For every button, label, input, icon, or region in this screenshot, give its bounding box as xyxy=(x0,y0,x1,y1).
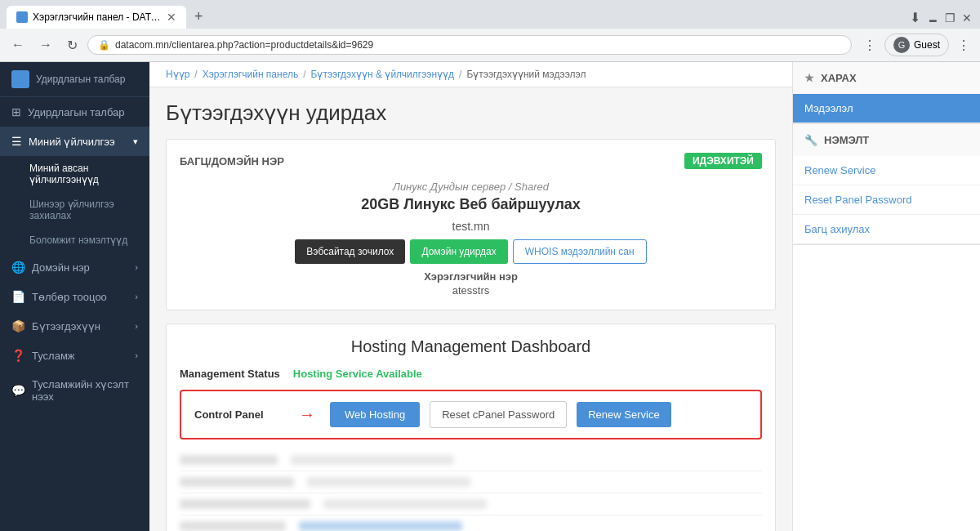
chevron-right-icon: › xyxy=(135,350,138,360)
sidebar-sub-item-upgrades[interactable]: Боломжит нэмэлтүүд xyxy=(0,228,149,252)
visit-website-button[interactable]: Вэбсайтад зочилох xyxy=(295,239,405,264)
browser-settings-icon[interactable]: ⋮ xyxy=(860,34,880,56)
breadcrumb-sep: / xyxy=(303,69,305,80)
new-tab-button[interactable]: + xyxy=(188,5,210,29)
right-section-addons-header: 🔧 НЭМЭЛТ xyxy=(793,124,980,156)
chevron-right-icon: › xyxy=(135,292,138,301)
invoices-icon: 📄 xyxy=(11,290,25,303)
guest-label: Guest xyxy=(914,39,940,51)
blurred-label xyxy=(180,521,286,531)
breadcrumb-products[interactable]: Бүтээгдэхүүн & үйлчилгээнүүд xyxy=(311,69,455,80)
sidebar-sub-item-my-services[interactable]: Миний авсан үйлчилгээнүүд xyxy=(0,156,149,192)
sidebar-sub-item-new-service[interactable]: Шинээр үйлчилгээ захиалах xyxy=(0,192,149,228)
browser-close-icon[interactable]: ✕ xyxy=(962,11,972,25)
wrench-icon: 🔧 xyxy=(804,134,817,146)
sidebar-logo-text: Удирдлагын талбар xyxy=(36,74,125,85)
sidebar-item-my-service[interactable]: ☰ Миний үйлчилгээ ▾ xyxy=(0,127,149,156)
browser-restore-icon[interactable]: ❐ xyxy=(945,11,956,25)
right-section-addons-label: НЭМЭЛТ xyxy=(824,134,869,146)
reload-button[interactable]: ↻ xyxy=(62,34,82,56)
sidebar-item-support[interactable]: ❓ Тусламж › xyxy=(0,341,149,370)
chevron-right-icon: › xyxy=(135,321,138,331)
table-row xyxy=(180,449,762,471)
chevron-down-icon: ▾ xyxy=(133,136,138,147)
lock-icon: 🔒 xyxy=(98,39,110,51)
right-section-view-label: ХАРАХ xyxy=(821,72,857,84)
right-nav-item-upgrade[interactable]: Багц ахиулах xyxy=(793,215,980,244)
sidebar-sub-label: Боломжит нэмэлтүүд xyxy=(29,234,127,246)
breadcrumb-panel[interactable]: Хэрэглэгчийн панель xyxy=(203,69,299,80)
guest-badge[interactable]: G Guest xyxy=(884,33,949,56)
right-nav-item-renew-service[interactable]: Renew Service xyxy=(793,156,980,185)
product-type: Линукс Дундын сервер / Shared xyxy=(180,181,762,193)
sidebar-item-products[interactable]: 📦 Бүтээгдэхүүн › xyxy=(0,311,149,341)
table-row xyxy=(180,471,762,493)
dashboard-icon: ⊞ xyxy=(11,105,21,118)
product-card-title: БАГЦ/ДОМЭЙН НЭР xyxy=(180,155,284,167)
arrow-right-icon: → xyxy=(299,405,315,424)
renew-service-link[interactable]: Renew Service xyxy=(804,164,875,176)
breadcrumb-home[interactable]: Нүүр xyxy=(166,69,189,80)
blurred-label xyxy=(180,499,310,509)
table-row xyxy=(180,493,762,515)
tab-close-button[interactable]: ✕ xyxy=(167,11,176,24)
sidebar-item-support-ticket[interactable]: 💬 Тусламжийн хүсэлт нээх xyxy=(0,370,149,411)
right-section-view: ★ ХАРАХ Мэдээлэл xyxy=(793,62,980,124)
sidebar-item-label: Домэйн нэр xyxy=(32,261,90,274)
page-title: Бүтээгдэхүүн удирдах xyxy=(166,100,776,126)
domains-icon: 🌐 xyxy=(11,261,25,274)
breadcrumb-sep: / xyxy=(459,69,461,80)
browser-download-icon[interactable]: ⬇ xyxy=(910,10,920,25)
sidebar-item-dashboard[interactable]: ⊞ Удирдлагын талбар xyxy=(0,97,149,127)
table-row xyxy=(180,515,762,531)
status-badge: ИДЭВХИТЭЙ xyxy=(684,153,762,169)
control-panel-row: Control Panel → Web Hosting Reset cPanel… xyxy=(180,390,762,440)
tab-favicon xyxy=(16,11,28,23)
product-name: 20GB Линукс Веб байршуулах xyxy=(180,196,762,213)
right-section-view-header: ★ ХАРАХ xyxy=(793,62,980,94)
breadcrumb-current: Бүтээгдэхүүний мэдээлэл xyxy=(466,69,586,80)
blurred-value xyxy=(307,477,470,487)
address-bar[interactable]: 🔒 datacom.mn/clientarea.php?action=produ… xyxy=(87,35,852,55)
product-domain: test.mn xyxy=(180,220,762,233)
web-hosting-button[interactable]: Web Hosting xyxy=(330,402,420,427)
control-panel-label: Control Panel xyxy=(194,408,284,421)
upgrade-package-link[interactable]: Багц ахиулах xyxy=(804,223,870,235)
right-nav-item-reset-password[interactable]: Reset Panel Password xyxy=(793,185,980,215)
blurred-value xyxy=(323,499,487,509)
dashboard-section: Hosting Management Dashboard Management … xyxy=(166,324,776,531)
sidebar-item-domains[interactable]: 🌐 Домэйн нэр › xyxy=(0,252,149,282)
management-status-value: Hosting Service Available xyxy=(293,368,422,380)
sidebar-item-label: Тусламж xyxy=(32,350,75,362)
address-text: datacom.mn/clientarea.php?action=product… xyxy=(115,39,373,51)
reset-panel-password-link[interactable]: Reset Panel Password xyxy=(804,194,912,206)
sidebar-logo: Удирдлагын талбар xyxy=(0,62,149,97)
forward-button[interactable]: → xyxy=(34,34,57,56)
right-nav-item-info[interactable]: Мэдээлэл xyxy=(793,94,980,123)
main-content: Нүүр / Хэрэглэгчийн панель / Бүтээгдэхүү… xyxy=(149,62,792,531)
manage-domain-button[interactable]: Домэйн удирдах xyxy=(410,239,507,264)
sidebar-item-label: Миний үйлчилгээ xyxy=(29,136,115,148)
ticket-icon: 💬 xyxy=(11,384,25,397)
browser-tab[interactable]: Хэрэглэгчийн панел - DАТА... ✕ xyxy=(7,6,186,29)
my-service-icon: ☰ xyxy=(11,135,22,148)
product-card: БАГЦ/ДОМЭЙН НЭР ИДЭВХИТЭЙ Линукс Дундын … xyxy=(166,139,776,310)
blurred-value xyxy=(291,455,454,465)
right-sidebar: ★ ХАРАХ Мэдээлэл 🔧 НЭМЭЛТ Renew Service … xyxy=(792,62,980,531)
blurred-section xyxy=(180,449,762,531)
back-button[interactable]: ← xyxy=(7,34,29,56)
tab-title: Хэрэглэгчийн панел - DАТА... xyxy=(33,11,162,23)
dashboard-title: Hosting Management Dashboard xyxy=(180,337,762,356)
sidebar-item-invoices[interactable]: 📄 Төлбөр тооцоо › xyxy=(0,282,149,311)
breadcrumb: Нүүр / Хэрэглэгчийн панель / Бүтээгдэхүү… xyxy=(149,62,792,87)
username: atesstrs xyxy=(180,284,762,297)
reset-cpanel-button[interactable]: Reset cPanel Password xyxy=(430,401,567,428)
renew-service-button[interactable]: Renew Service xyxy=(577,402,670,427)
browser-menu-icon[interactable]: ⋮ xyxy=(954,34,973,56)
browser-minimize-icon[interactable]: 🗕 xyxy=(927,11,938,25)
products-icon: 📦 xyxy=(11,319,25,332)
logo-icon xyxy=(11,70,29,88)
sidebar-item-label: Тусламжийн хүсэлт нээх xyxy=(32,378,138,403)
blurred-label xyxy=(180,455,278,465)
whois-button[interactable]: WHOIS мэдээллийн сан xyxy=(513,239,647,264)
